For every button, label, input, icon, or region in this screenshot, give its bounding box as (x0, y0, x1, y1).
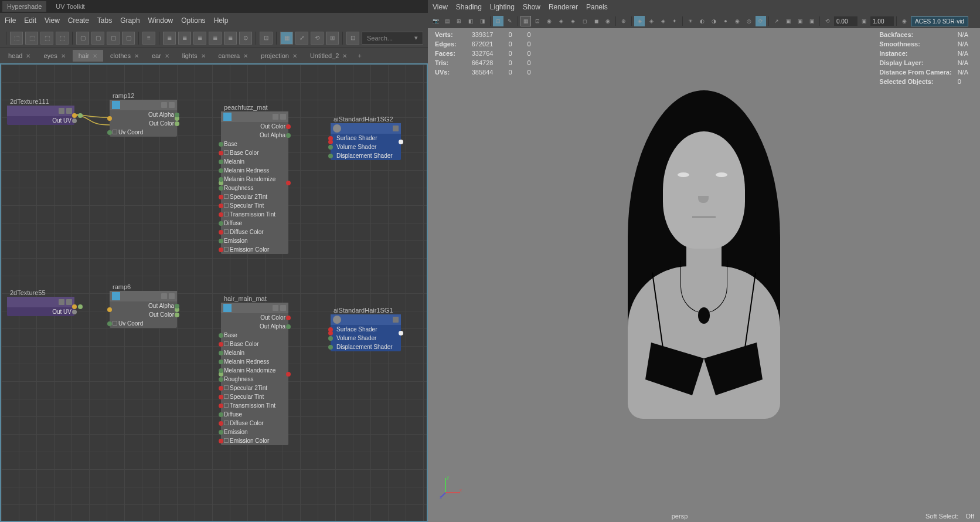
vp-btn[interactable]: ◉ (899, 16, 910, 26)
node-ramp6[interactable]: ramp6 Out Alpha Out Color Uv Coord (110, 291, 177, 328)
tb-btn[interactable]: ⟲ (311, 32, 324, 45)
vp-btn[interactable]: ◈ (634, 16, 645, 26)
vp-btn[interactable]: ⊡ (493, 16, 503, 26)
tb-btn[interactable]: ⬚ (25, 32, 38, 45)
vp-menu-shading[interactable]: Shading (456, 3, 482, 11)
tb-btn[interactable]: ≣ (209, 32, 222, 45)
gtab-clothes[interactable]: clothes✕ (104, 50, 145, 62)
tb-btn[interactable]: ▢ (107, 32, 120, 45)
vp-menu-renderer[interactable]: Renderer (549, 3, 578, 11)
tb-btn[interactable]: ⬚ (10, 32, 23, 45)
vp-menu-view[interactable]: View (433, 3, 448, 11)
close-icon[interactable]: ✕ (201, 53, 206, 59)
tb-btn[interactable]: ▢ (122, 32, 135, 45)
menu-create[interactable]: Create (68, 16, 89, 25)
tb-btn[interactable]: ⤢ (295, 32, 308, 45)
tb-btn-grid[interactable]: ▦ (280, 32, 293, 45)
vp-btn[interactable]: ▣ (783, 16, 794, 26)
vp-btn[interactable]: ◼ (591, 16, 601, 26)
vp-menu-panels[interactable]: Panels (586, 3, 608, 11)
close-icon[interactable]: ✕ (93, 53, 97, 59)
vp-btn[interactable]: ⟳ (756, 16, 766, 26)
gtab-untitled[interactable]: Untitled_2✕ (304, 50, 353, 62)
vp-btn[interactable]: ◈ (556, 16, 566, 26)
node-graph[interactable]: 2dTexture111 Out UV ramp12 Out Alpha Out… (0, 63, 428, 522)
vp-num-b[interactable]: 1.00 (870, 16, 894, 26)
tb-btn[interactable]: ≣ (163, 32, 176, 45)
node-hair-main-mat[interactable]: hair_main_mat Out Color Out Alpha Base B… (221, 303, 288, 445)
vp-btn[interactable]: ◈ (567, 16, 578, 26)
vp-btn[interactable]: ✦ (669, 16, 680, 26)
tab-uv-toolkit[interactable]: UV Toolkit (51, 1, 89, 12)
vp-btn[interactable]: ◈ (658, 16, 668, 26)
close-icon[interactable]: ✕ (165, 53, 169, 59)
gtab-lights[interactable]: lights✕ (176, 50, 212, 62)
close-icon[interactable]: ✕ (342, 53, 347, 59)
gtab-hair[interactable]: hair✕ (73, 50, 103, 62)
close-icon[interactable]: ✕ (134, 53, 139, 59)
tb-btn[interactable]: ≣ (193, 32, 206, 45)
gtab-ear[interactable]: ear✕ (146, 50, 175, 62)
gtab-projection[interactable]: projection✕ (255, 50, 303, 62)
tb-btn[interactable]: ≡ (142, 32, 155, 45)
aces-dropdown[interactable]: ACES 1.0 SDR-vid (911, 16, 968, 26)
tb-btn[interactable]: ⬚ (40, 32, 53, 45)
gtab-eyes[interactable]: eyes✕ (38, 50, 71, 62)
tb-btn[interactable]: ≣ (178, 32, 191, 45)
node-2dtexture55[interactable]: 2dTexture55 Out UV (7, 297, 74, 316)
vp-btn[interactable]: ● (720, 16, 731, 26)
tb-btn[interactable]: ⊙ (239, 32, 252, 45)
search-input[interactable]: Search... ▾ (362, 32, 423, 45)
vp-btn[interactable]: ▤ (442, 16, 452, 26)
vp-btn[interactable]: ◻ (579, 16, 590, 26)
menu-help[interactable]: Help (214, 16, 229, 25)
node-ramp12[interactable]: ramp12 Out Alpha Out Color Uv Coord (110, 100, 177, 137)
vp-btn[interactable]: ☀ (685, 16, 696, 26)
vp-btn[interactable]: ◉ (603, 16, 613, 26)
menu-view[interactable]: View (45, 16, 60, 25)
node-sg2[interactable]: aiStandardHair1SG2 Surface Shader Volume… (331, 123, 401, 160)
vp-btn[interactable]: ▦ (520, 16, 531, 26)
close-icon[interactable]: ✕ (243, 53, 248, 59)
node-2dtexture111[interactable]: 2dTexture111 Out UV (7, 106, 74, 125)
vp-btn[interactable]: ↗ (771, 16, 782, 26)
menu-graph[interactable]: Graph (120, 16, 139, 25)
gtab-camera[interactable]: camera✕ (213, 50, 254, 62)
vp-btn[interactable]: ▣ (795, 16, 805, 26)
menu-options[interactable]: Options (181, 16, 205, 25)
vp-btn[interactable]: ◑ (709, 16, 719, 26)
vp-btn[interactable]: ▣ (807, 16, 817, 26)
close-icon[interactable]: ✕ (61, 53, 66, 59)
vp-btn[interactable]: ⊕ (618, 16, 629, 26)
vp-btn[interactable]: ◎ (744, 16, 754, 26)
node-sg1[interactable]: aiStandardHair1SG1 Surface Shader Volume… (331, 314, 401, 351)
menu-edit[interactable]: Edit (24, 16, 36, 25)
tb-btn[interactable]: ▢ (91, 32, 104, 45)
vp-btn[interactable]: ⟲ (822, 16, 833, 26)
tab-hypershade[interactable]: Hypershade (2, 1, 46, 12)
node-peachfuzz-mat[interactable]: peachfuzz_mat Out Color Out Alpha Base B… (221, 111, 288, 254)
vp-btn[interactable]: ✎ (505, 16, 515, 26)
close-icon[interactable]: ✕ (26, 53, 30, 59)
vp-btn[interactable]: ◐ (697, 16, 707, 26)
vp-btn[interactable]: ◉ (732, 16, 743, 26)
menu-tabs[interactable]: Tabs (97, 16, 112, 25)
add-tab-button[interactable]: + (354, 52, 365, 59)
vp-btn[interactable]: ◧ (465, 16, 476, 26)
vp-btn[interactable]: ◈ (646, 16, 656, 26)
menu-file[interactable]: File (5, 16, 16, 25)
vp-btn[interactable]: ⊡ (532, 16, 543, 26)
vp-btn[interactable]: 📷 (430, 16, 441, 26)
gtab-head[interactable]: head✕ (2, 50, 36, 62)
menu-window[interactable]: Window (148, 16, 173, 25)
vp-btn[interactable]: ▣ (859, 16, 869, 26)
viewport[interactable]: y x z persp Soft Select: Off (428, 28, 980, 522)
tb-btn[interactable]: ≣ (224, 32, 237, 45)
vp-btn[interactable]: ⊞ (454, 16, 464, 26)
vp-num-a[interactable]: 0.00 (834, 16, 858, 26)
tb-btn[interactable]: ⊡ (346, 32, 359, 45)
close-icon[interactable]: ✕ (292, 53, 297, 59)
vp-menu-show[interactable]: Show (523, 3, 540, 11)
vp-btn[interactable]: ◉ (544, 16, 554, 26)
vp-menu-lighting[interactable]: Lighting (490, 3, 515, 11)
